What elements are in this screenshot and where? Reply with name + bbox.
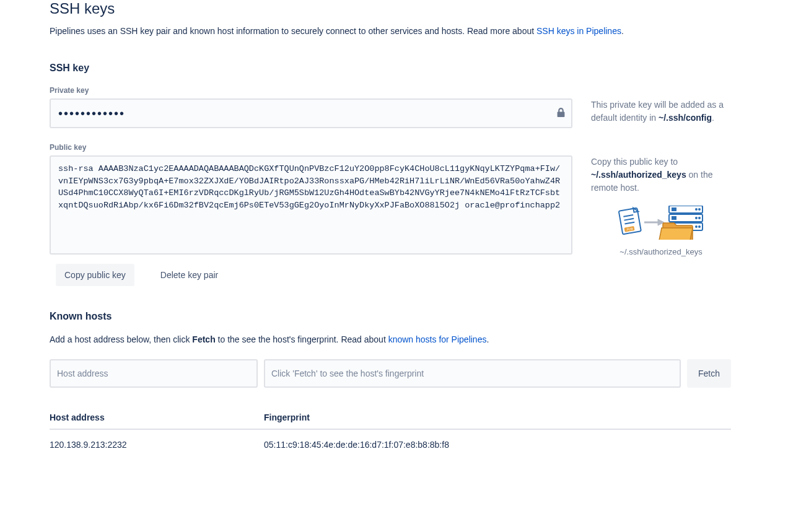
private-key-help: This private key will be added as a defa… [591, 86, 731, 124]
private-key-field [50, 98, 572, 128]
page-intro: Pipelines uses an SSH key pair and known… [50, 25, 644, 38]
intro-tail: . [621, 26, 624, 36]
host-address-input[interactable] [50, 359, 258, 388]
host-address-cell: 120.138.9.213:2232 [50, 429, 264, 452]
public-key-label: Public key [50, 143, 572, 152]
svg-point-19 [695, 225, 698, 228]
private-key-label: Private key [50, 86, 572, 95]
svg-point-17 [695, 217, 698, 219]
fingerprint-cell: 05:11:c9:18:45:4e:de:de:16:d7:1f:07:e8:b… [264, 429, 731, 452]
public-key-field[interactable] [50, 155, 572, 255]
col-fingerprint: Fingerprint [264, 406, 731, 429]
known-hosts-section-title: Known hosts [50, 311, 731, 322]
intro-text: Pipelines uses an SSH key pair and known… [50, 26, 536, 36]
svg-point-18 [698, 217, 701, 219]
svg-point-16 [698, 208, 701, 211]
fingerprint-input [264, 359, 681, 388]
svg-rect-12 [672, 207, 676, 211]
fetch-button[interactable]: Fetch [687, 359, 731, 388]
ssh-key-section-title: SSH key [50, 63, 731, 74]
svg-point-15 [695, 208, 698, 211]
known-hosts-table: Host address Fingerprint 120.138.9.213:2… [50, 406, 731, 452]
delete-key-pair-button[interactable]: Delete key pair [152, 264, 227, 286]
col-host-address: Host address [50, 406, 264, 429]
copy-public-key-button[interactable]: Copy public key [56, 264, 134, 286]
ssh-keys-pipelines-link[interactable]: SSH keys in Pipelines [536, 26, 621, 36]
public-key-help: Copy this public key to ~/.ssh/authorize… [591, 143, 731, 258]
illustration-caption: ~/.ssh/authorized_keys [619, 246, 702, 258]
table-row: 120.138.9.213:2232 05:11:c9:18:45:4e:de:… [50, 429, 731, 452]
svg-rect-13 [672, 216, 676, 220]
page-title: SSH keys [50, 0, 731, 17]
known-hosts-pipelines-link[interactable]: known hosts for Pipelines [388, 334, 487, 344]
known-hosts-desc: Add a host address below, then click Fet… [50, 334, 731, 344]
key-to-server-illustration: .PUB [615, 206, 707, 240]
lock-icon [557, 108, 565, 119]
svg-point-20 [698, 225, 701, 228]
